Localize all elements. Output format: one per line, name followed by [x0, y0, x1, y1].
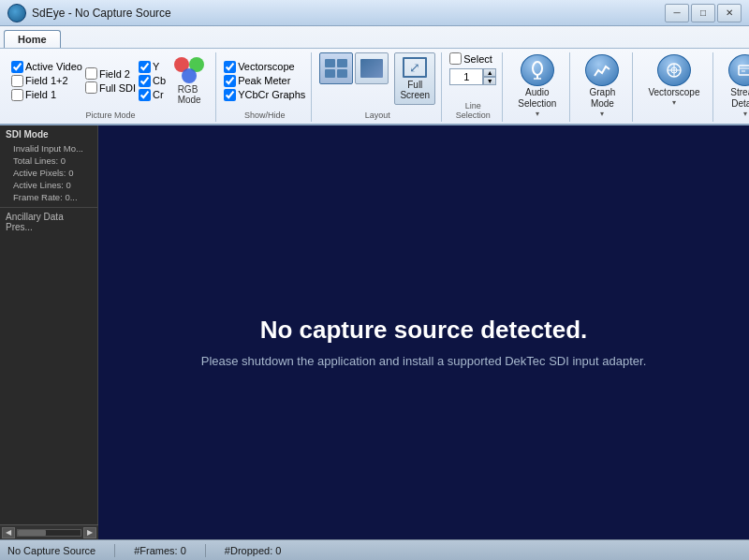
- rgb-circles-icon: [174, 57, 204, 83]
- scroll-right-button[interactable]: ▶: [83, 527, 96, 538]
- vectorscope-icon-svg: [665, 61, 683, 80]
- layout-group-label: Layout: [365, 111, 390, 120]
- ribbon-group-stream-details: StreamDetails ▾: [715, 52, 749, 122]
- audio-icon-svg: [528, 61, 547, 80]
- line-spinner: 1 ▲ ▼: [449, 68, 496, 85]
- sdi-item-2: Active Pixels: 0: [6, 167, 92, 179]
- ancillary-data-label: Ancillary Data Pres...: [6, 212, 64, 232]
- workspace: SDI Mode Invalid Input Mo... Total Lines…: [0, 125, 749, 558]
- ribbon-group-audio-selection: AudioSelection ▾: [505, 52, 570, 122]
- status-frames: #Frames: 0: [134, 545, 186, 556]
- field-2-check[interactable]: Field 2: [85, 67, 136, 80]
- field-1-check[interactable]: Field 1: [11, 89, 82, 101]
- peak-meter-check[interactable]: Peak Meter: [224, 75, 305, 87]
- show-hide-col: Vectorscope Peak Meter YCbCr Graphs: [224, 61, 305, 101]
- sdi-item-1: Total Lines: 0: [6, 155, 92, 167]
- scrollbar: ◀ ▶: [0, 524, 98, 539]
- fullscreen-arrows-icon: ⤢: [409, 61, 420, 74]
- audio-selection-label: AudioSelection: [518, 87, 556, 110]
- select-check[interactable]: Select: [449, 52, 492, 65]
- ribbon-group-graph-mode: GraphMode ▾: [572, 52, 633, 122]
- ycbcr-graphs-check[interactable]: YCbCr Graphs: [224, 89, 305, 101]
- line-value-input[interactable]: 1: [449, 68, 483, 85]
- stream-details-button[interactable]: StreamDetails ▾: [721, 52, 749, 120]
- audio-selection-icon: [521, 54, 554, 86]
- layout-single-button[interactable]: [355, 52, 389, 84]
- cb-check[interactable]: Cb: [139, 75, 166, 87]
- picture-mode-group-label: Picture Mode: [86, 111, 136, 120]
- grid-icon: [325, 59, 347, 78]
- full-screen-label: FullScreen: [400, 80, 430, 100]
- graph-mode-icon: [585, 54, 619, 86]
- show-hide-items: Vectorscope Peak Meter YCbCr Graphs: [224, 52, 305, 109]
- ribbon-group-picture-mode: Active Video Field 1+2 Field 1 Field 2 F…: [6, 52, 216, 122]
- fullscreen-icon: ⤢: [403, 57, 427, 78]
- close-button[interactable]: ✕: [717, 4, 742, 22]
- stream-details-arrow: ▾: [743, 110, 747, 118]
- sdi-mode-section: SDI Mode Invalid Input Mo... Total Lines…: [0, 125, 97, 208]
- vectorscope-label: Vectorscope: [648, 87, 699, 98]
- minimize-button[interactable]: ─: [665, 4, 689, 22]
- sdi-item-0: Invalid Input Mo...: [6, 142, 92, 155]
- layout-grid-button[interactable]: [319, 52, 353, 84]
- ribbon-content: Active Video Field 1+2 Field 1 Field 2 F…: [0, 48, 749, 124]
- scroll-thumb[interactable]: [18, 530, 46, 536]
- title-bar-left: SdEye - No Capture Source: [7, 4, 171, 22]
- no-capture-title: No capture source detected.: [260, 316, 588, 345]
- rgb-mode-button[interactable]: RGBMode: [169, 55, 210, 107]
- vectorscope-arrow: ▾: [672, 98, 676, 107]
- line-selection-group-label: Line Selection: [449, 101, 496, 120]
- vectorscope-check[interactable]: Vectorscope: [224, 61, 305, 73]
- vectorscope-icon: [657, 54, 691, 86]
- graph-mode-label: GraphMode: [590, 87, 616, 110]
- ribbon-group-show-hide: Vectorscope Peak Meter YCbCr Graphs Show…: [218, 52, 312, 122]
- status-separator-1: [114, 544, 115, 557]
- layout-top-buttons: [319, 52, 389, 84]
- stream-details-label: StreamDetails: [730, 87, 749, 110]
- vectorscope-button[interactable]: Vectorscope ▾: [640, 52, 707, 109]
- no-capture-subtitle: Please shutdown the application and inst…: [201, 354, 647, 368]
- stream-icon-svg: [736, 61, 749, 80]
- scroll-track: [17, 529, 81, 537]
- audio-selection-button[interactable]: AudioSelection ▾: [510, 52, 564, 120]
- status-bar: No Capture Source #Frames: 0 #Dropped: 0: [0, 539, 749, 560]
- status-separator-2: [205, 544, 206, 557]
- graph-mode-arrow: ▾: [600, 110, 604, 118]
- tab-home[interactable]: Home: [4, 30, 61, 48]
- sdeye-icon: [7, 4, 26, 22]
- stream-details-icon: [728, 54, 749, 86]
- left-panel: SDI Mode Invalid Input Mo... Total Lines…: [0, 125, 98, 558]
- y-check[interactable]: Y: [139, 61, 166, 73]
- sdi-item-4: Frame Rate: 0...: [6, 191, 92, 203]
- graph-mode-button[interactable]: GraphMode ▾: [578, 52, 626, 120]
- rgb-mode-label: RGBMode: [178, 84, 201, 105]
- title-bar: SdEye - No Capture Source ─ □ ✕: [0, 0, 749, 26]
- svg-point-0: [533, 62, 542, 75]
- ycbcr-col: Y Cb Cr: [139, 61, 166, 101]
- spinner-buttons: ▲ ▼: [483, 68, 496, 85]
- layout-items: ⤢ FullScreen: [319, 52, 435, 109]
- full-sdi-check[interactable]: Full SDI: [85, 81, 136, 94]
- ribbon: Home Active Video Field 1+2 Field 1: [0, 26, 749, 125]
- ribbon-group-layout: ⤢ FullScreen Layout: [314, 52, 442, 122]
- spinner-down-button[interactable]: ▼: [483, 77, 496, 85]
- full-screen-button[interactable]: ⤢ FullScreen: [394, 52, 435, 105]
- tab-bar: Home: [0, 26, 749, 48]
- status-dropped: #Dropped: 0: [225, 545, 282, 556]
- cr-check[interactable]: Cr: [139, 89, 166, 101]
- picture-mode-col1: Active Video Field 1+2 Field 1: [11, 61, 82, 101]
- spinner-up-button[interactable]: ▲: [483, 68, 496, 77]
- graph-icon-svg: [593, 61, 611, 80]
- picture-mode-items: Active Video Field 1+2 Field 1 Field 2 F…: [11, 52, 210, 109]
- left-panel-scrollbar: ◀ ▶: [0, 524, 98, 539]
- field-1-2-check[interactable]: Field 1+2: [11, 75, 82, 87]
- show-hide-group-label: Show/Hide: [244, 111, 286, 120]
- restore-button[interactable]: □: [691, 4, 715, 22]
- ribbon-group-vectorscope: Vectorscope ▾: [635, 52, 713, 122]
- active-video-check[interactable]: Active Video: [11, 61, 82, 73]
- picture-mode-col2: Field 2 Full SDI: [85, 67, 136, 94]
- line-selection-items: Select 1 ▲ ▼: [449, 52, 496, 99]
- scroll-left-button[interactable]: ◀: [2, 527, 15, 538]
- audio-selection-arrow: ▾: [536, 110, 539, 118]
- sdi-mode-title: SDI Mode: [6, 129, 92, 140]
